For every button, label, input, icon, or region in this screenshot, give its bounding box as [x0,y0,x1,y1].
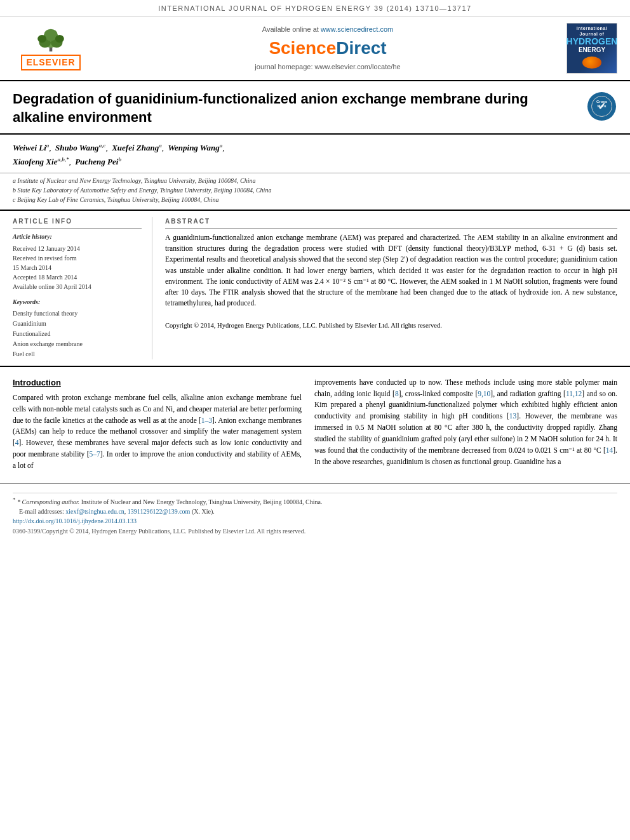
body-two-col: Introduction Compared with proton exchan… [13,377,617,472]
body-right-col: improvements have conducted up to now. T… [314,377,617,472]
ref-9-10[interactable]: 9,10 [478,390,490,397]
author-wenping: Wenping Wang [168,143,219,152]
keyword-2: Guanidinium [13,319,142,329]
author-weiwei: Weiwei Li [13,143,46,152]
doi-link[interactable]: http://dx.doi.org/10.1016/j.ijhydene.201… [13,517,137,524]
available-online: Available online at www.sciencedirect.co… [89,25,566,34]
page-footer: * * Corresponding author. Institute of N… [0,483,630,540]
keywords-title: Keywords: [13,298,142,307]
publisher-row: ELSEVIER Available online at www.science… [0,17,630,81]
corresponding-author-affiliation: Institute of Nuclear and New Energy Tech… [81,498,323,505]
svg-text:Mark: Mark [597,104,607,108]
affiliations: a Institute of Nuclear and New Energy Te… [0,173,630,211]
elsevier-logo: ELSEVIER [13,26,89,70]
authors-line: Weiwei Lia, Shubo Wanga,c, Xuefei Zhanga… [13,141,617,169]
corresponding-author-line: * * Corresponding author. Institute of N… [13,496,617,507]
ref-1-3[interactable]: 1–3 [201,417,212,424]
article-info-label: ARTICLE INFO [13,217,142,229]
svg-point-5 [37,35,46,43]
keyword-3: Functionalized [13,329,142,339]
introduction-heading: Introduction [13,377,302,389]
email-link-2[interactable]: 13911296122@139.com [128,508,191,515]
ref-5-7[interactable]: 5–7 [90,450,100,458]
author-shubo: Shubo Wang [55,143,99,152]
keyword-4: Anion exchange membrane [13,339,142,349]
ref-11-12[interactable]: 11,12 [566,390,582,397]
author-xuefei: Xuefei Zhang [112,143,159,152]
doi-line: http://dx.doi.org/10.1016/j.ijhydene.201… [13,516,617,526]
keyword-5: Fuel cell [13,349,142,359]
footer-copyright: 0360-3199/Copyright © 2014, Hydrogen Ene… [13,527,617,536]
sciencedirect-link[interactable]: www.sciencedirect.com [321,25,393,33]
available-date: Available online 30 April 2014 [13,282,142,291]
abstract-copyright: Copyright © 2014, Hydrogen Energy Public… [165,322,442,329]
article-info-col: ARTICLE INFO Article history: Received 1… [13,217,152,359]
sciencedirect-logo: ScienceDirect [89,36,566,60]
revised-label: Received in revised form [13,253,142,263]
abstract-col: ABSTRACT A guanidinium-functionalized an… [165,217,617,359]
author-pucheng: Pucheng Pei [75,157,118,166]
svg-text:Cross: Cross [596,100,607,103]
journal-cover: International Journal of HYDROGEN ENERGY [566,23,617,74]
article-title-text: Degradation of guanidinium-functionalize… [13,90,586,126]
journal-homepage: journal homepage: www.elsevier.com/locat… [89,62,566,72]
email-line: E-mail addresses: xiexf@tsinghua.edu.cn,… [13,507,617,516]
author-xiaofeng: Xiaofeng Xie [13,157,57,166]
crossmark-icon: ✓ Cross Mark [587,92,616,121]
history-title: Article history: [13,232,142,241]
keyword-1: Density functional theory [13,309,142,319]
abstract-text: A guanidinium-functionalized anion excha… [165,232,617,331]
ref-8[interactable]: 8 [395,390,399,397]
authors-section: Weiwei Lia, Shubo Wanga,c, Xuefei Zhanga… [0,135,630,173]
email-link-1[interactable]: xiexf@tsinghua.edu.cn [65,508,124,515]
accepted-date: Accepted 18 March 2014 [13,272,142,282]
footer-divider [13,493,617,493]
body-left-col: Introduction Compared with proton exchan… [13,377,302,472]
sciencedirect-block: Available online at www.sciencedirect.co… [89,25,566,72]
article-info-abstract-section: ARTICLE INFO Article history: Received 1… [0,211,630,367]
abstract-label: ABSTRACT [165,217,617,229]
journal-cover-circle [582,57,601,69]
affiliation-a: a Institute of Nuclear and New Energy Te… [13,176,617,185]
affiliation-c: c Beijing Key Lab of Fine Ceramics, Tsin… [13,195,617,204]
introduction-right-text: improvements have conducted up to now. T… [314,377,617,468]
elsevier-text: ELSEVIER [21,55,80,71]
ref-14[interactable]: 14 [606,446,613,454]
main-body: Introduction Compared with proton exchan… [0,367,630,478]
crossmark-badge: ✓ Cross Mark [586,90,617,122]
article-title: Degradation of guanidinium-functionalize… [13,90,573,126]
journal-header-text: INTERNATIONAL JOURNAL OF HYDROGEN ENERGY… [158,4,471,12]
journal-header: INTERNATIONAL JOURNAL OF HYDROGEN ENERGY… [0,0,630,17]
svg-point-6 [55,35,64,43]
revised-date: 15 March 2014 [13,263,142,272]
received-date: Received 12 January 2014 [13,244,142,253]
ref-4[interactable]: 4 [15,439,19,446]
ref-13[interactable]: 13 [509,412,517,420]
article-title-section: Degradation of guanidinium-functionalize… [0,81,630,134]
affiliation-b: b State Key Laboratory of Automotive Saf… [13,185,617,195]
introduction-left-text: Compared with proton exchange membrane f… [13,392,302,472]
